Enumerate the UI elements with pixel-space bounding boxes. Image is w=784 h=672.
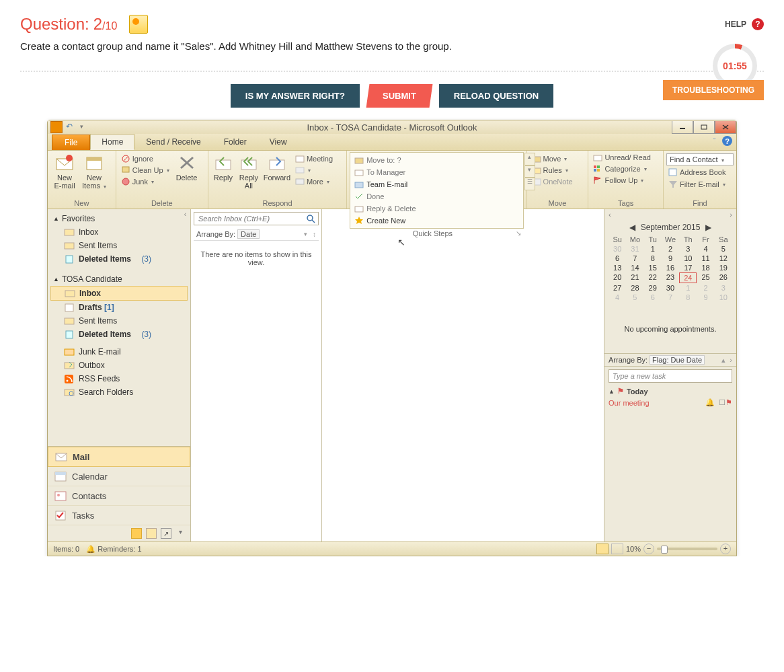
arrange-by[interactable]: Arrange By:Date▾↕	[194, 228, 319, 241]
nav-junk[interactable]: Junk E-mail	[48, 345, 190, 359]
more-respond-button[interactable]: More▾	[293, 176, 335, 187]
zoom-out[interactable]: −	[643, 544, 654, 554]
ribbon-help-icon[interactable]: ?	[722, 136, 732, 146]
unread-read-button[interactable]: Unread/ Read	[591, 152, 653, 163]
search-inbox[interactable]	[194, 212, 319, 225]
quickstep-up[interactable]: ▴	[524, 153, 535, 165]
nav-inbox[interactable]: Inbox	[50, 286, 188, 301]
switch-contacts[interactable]: Contacts	[48, 486, 190, 506]
onenote-button[interactable]: OneNote	[530, 176, 575, 187]
account-header[interactable]: ▲TOSA Candidate	[48, 272, 190, 286]
nav-deleted-fav[interactable]: Deleted Items (3)	[48, 252, 190, 266]
nav-rss[interactable]: RSS Feeds	[48, 372, 190, 385]
calendar-grid[interactable]: SuMoTuWeThFrSa30311234567891011121314151…	[609, 235, 732, 302]
tab-view[interactable]: View	[258, 134, 299, 150]
reply-button[interactable]: Reply	[211, 152, 235, 182]
nav-deleted[interactable]: Deleted Items (3)	[48, 328, 190, 341]
quickstep-done[interactable]: Done	[352, 190, 438, 202]
nav-configure-icon[interactable]: ▾	[175, 528, 185, 537]
search-icon[interactable]	[306, 214, 315, 223]
filter-email-button[interactable]: Filter E-mail▾	[666, 179, 734, 190]
nav-drafts[interactable]: Drafts [1]	[48, 301, 190, 314]
group-label-find: Find	[666, 198, 734, 209]
reload-question-button[interactable]: RELOAD QUESTION	[439, 84, 553, 108]
new-task-input[interactable]: Type a new task	[609, 369, 732, 383]
new-items-button[interactable]: New Items ▾	[80, 152, 108, 190]
reply-all-button[interactable]: Reply All	[237, 152, 261, 190]
submit-button[interactable]: SUBMIT	[366, 84, 432, 108]
shortcuts-icon[interactable]: ↗	[161, 528, 171, 539]
close-button[interactable]	[715, 121, 736, 134]
view-reading-icon[interactable]	[611, 544, 623, 554]
cleanup-button[interactable]: Clean Up▾	[119, 165, 171, 176]
quickstep-team-email[interactable]: Team E-mail	[352, 178, 438, 190]
svg-rect-50	[55, 472, 66, 475]
svg-rect-23	[355, 207, 363, 212]
zoom-slider[interactable]	[657, 548, 717, 550]
delete-button[interactable]: Delete	[173, 152, 201, 182]
favorites-header[interactable]: ▲Favorites	[48, 212, 190, 225]
tab-file[interactable]: File	[52, 135, 90, 150]
svg-rect-30	[597, 165, 600, 168]
quickstep-create-new[interactable]: Create New	[352, 215, 438, 227]
junk-icon	[121, 177, 130, 186]
switch-calendar[interactable]: Calendar	[48, 467, 190, 486]
move-button[interactable]: Move▾	[530, 153, 575, 164]
rules-button[interactable]: Rules▾	[530, 165, 575, 176]
nav-inbox-fav[interactable]: Inbox	[48, 225, 190, 239]
quickstep-down[interactable]: ▾	[524, 165, 535, 178]
meeting-button[interactable]: Meeting	[293, 153, 335, 164]
notes-shortcut-icon[interactable]	[131, 528, 142, 539]
junk-button[interactable]: Junk▾	[119, 176, 171, 187]
switch-mail[interactable]: Mail	[48, 447, 190, 467]
nav-search-folders[interactable]: Search Folders	[48, 385, 190, 399]
nav-collapse-icon[interactable]: ‹	[184, 211, 186, 218]
qat-dropdown-icon[interactable]: ▾	[76, 121, 87, 132]
followup-button[interactable]: Follow Up▾	[591, 175, 653, 186]
status-reminders[interactable]: 🔔 Reminders: 1	[86, 545, 141, 554]
nav-sent[interactable]: Sent Items	[48, 314, 190, 328]
search-input[interactable]	[197, 214, 306, 223]
minimize-button[interactable]	[672, 121, 693, 134]
tab-send-receive[interactable]: Send / Receive	[134, 134, 212, 150]
new-email-button[interactable]: New E-mail	[50, 152, 79, 190]
tab-home[interactable]: Home	[90, 134, 134, 150]
quickstep-move-to[interactable]: Move to: ?	[352, 154, 438, 166]
svg-rect-1	[701, 125, 707, 129]
todo-prev[interactable]: ‹	[609, 211, 611, 219]
contacts-icon	[54, 490, 67, 501]
task-item[interactable]: Our meeting🔔 ☐⚑	[604, 397, 736, 408]
task-arrange[interactable]: Arrange By:Flag: Due Date▴›	[604, 353, 736, 367]
undo-icon[interactable]: ↶	[64, 121, 75, 132]
view-normal-icon[interactable]	[596, 544, 609, 554]
quickstep-reply-delete[interactable]: Reply & Delete	[352, 202, 438, 215]
mail-icon	[55, 451, 67, 462]
help-button[interactable]: ?	[752, 18, 764, 30]
ignore-button[interactable]: Ignore	[119, 153, 171, 164]
tab-folder[interactable]: Folder	[212, 134, 258, 150]
folder-shortcut-icon[interactable]	[146, 528, 157, 539]
switch-tasks[interactable]: Tasks	[48, 506, 190, 525]
quickstep-more[interactable]: ☰	[524, 178, 535, 190]
troubleshooting-button[interactable]: TROUBLESHOOTING	[663, 80, 764, 100]
task-group-today[interactable]: ▲⚑Today	[604, 385, 736, 397]
find-contact-input[interactable]: Find a Contact ▾	[666, 153, 734, 165]
address-book-button[interactable]: Address Book	[666, 167, 734, 178]
zoom-in[interactable]: +	[720, 544, 731, 554]
forward-button[interactable]: Forward	[262, 152, 292, 182]
calendar-icon	[54, 471, 67, 482]
ribbon-minimize-icon[interactable]: ˇ	[709, 136, 719, 146]
todo-expand[interactable]: ›	[730, 211, 732, 219]
check-answer-button[interactable]: IS MY ANSWER RIGHT?	[231, 84, 360, 108]
svg-point-45	[67, 380, 69, 382]
svg-line-55	[312, 220, 315, 223]
nav-outbox[interactable]: Outbox	[48, 359, 190, 372]
quickstep-to-manager[interactable]: To Manager	[352, 166, 438, 178]
cal-prev[interactable]: ◀	[629, 223, 635, 232]
ignore-icon	[121, 154, 130, 163]
maximize-button[interactable]	[693, 121, 715, 134]
cal-next[interactable]: ▶	[705, 223, 711, 232]
categorize-button[interactable]: Categorize▾	[591, 163, 653, 174]
respond-im-button[interactable]: ▾	[293, 165, 335, 176]
nav-sent-fav[interactable]: Sent Items	[48, 239, 190, 252]
